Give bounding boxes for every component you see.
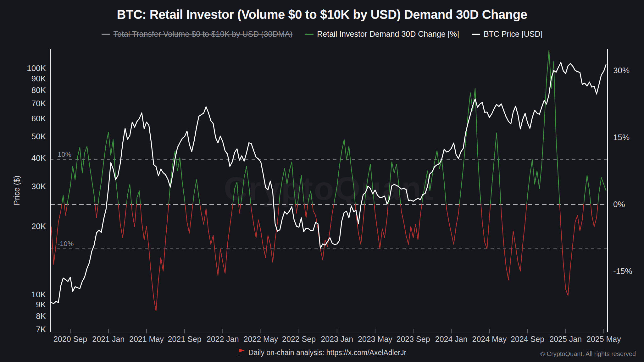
- left-axis-tick-label: 9K: [36, 300, 46, 309]
- left-axis-tick-label: 50K: [31, 132, 46, 141]
- left-axis-tick-label: 100K: [27, 63, 46, 73]
- left-axis-title: Price ($): [12, 176, 21, 205]
- copyright-text: © CryptoQuant. All rights reserved: [540, 350, 636, 358]
- analysis-link[interactable]: https://x.com/AxelAdlerJr: [326, 348, 406, 357]
- x-axis-tick-label: 2024 Jan: [435, 335, 468, 343]
- left-axis-tick-label: 30K: [31, 182, 46, 191]
- demand-line-negative: [51, 204, 598, 311]
- right-axis-tick-label: -15%: [613, 266, 632, 276]
- left-axis-tick-label: 7K: [36, 325, 46, 334]
- left-axis-tick-label: 10K: [31, 290, 46, 299]
- x-axis-tick-label: 2024 Sep: [511, 335, 544, 343]
- x-axis-tick-label: 2022 Sep: [282, 335, 316, 343]
- chart-card: BTC: Retail Investor (Volume $0 to $10K …: [0, 0, 644, 362]
- x-axis-tick-label: 2021 Sep: [168, 335, 202, 343]
- price-demand-chart[interactable]: CryptoQuant10%-10%2020 Sep2021 Jan2021 M…: [0, 0, 644, 362]
- left-axis-tick-label: 80K: [31, 85, 46, 95]
- left-axis-tick-label: 40K: [31, 153, 46, 163]
- left-axis-tick-label: 20K: [31, 222, 46, 231]
- x-axis-tick-label: 2025 Jan: [549, 335, 582, 343]
- refline-label: -10%: [58, 240, 74, 248]
- x-axis-tick-label: 2022 May: [244, 335, 278, 343]
- x-axis-tick-label: 2021 Jan: [92, 335, 125, 343]
- x-axis-tick-label: 2023 Jan: [321, 335, 353, 343]
- x-axis-tick-label: 2025 May: [586, 335, 621, 343]
- footer-text: Daily on-chain analysis:: [248, 348, 326, 357]
- left-axis-tick-label: 8K: [36, 311, 46, 321]
- refline-label: 10%: [58, 151, 71, 158]
- right-axis-tick-label: 30%: [613, 66, 630, 75]
- x-axis-tick-label: 2020 Sep: [53, 335, 87, 343]
- x-axis-tick-label: 2023 Sep: [397, 335, 430, 343]
- right-axis-tick-label: 0%: [613, 200, 625, 209]
- left-axis-tick-label: 70K: [31, 99, 46, 108]
- right-axis-tick-label: 15%: [613, 133, 630, 142]
- left-axis-tick-label: 90K: [31, 74, 46, 83]
- x-axis-tick-label: 2021 May: [129, 335, 164, 343]
- red-flag-icon: [238, 348, 245, 358]
- x-axis-tick-label: 2024 May: [472, 335, 507, 343]
- x-axis-tick-label: 2023 May: [358, 335, 392, 343]
- left-axis-tick-label: 60K: [31, 114, 46, 123]
- x-axis-tick-label: 2022 Jan: [207, 335, 239, 343]
